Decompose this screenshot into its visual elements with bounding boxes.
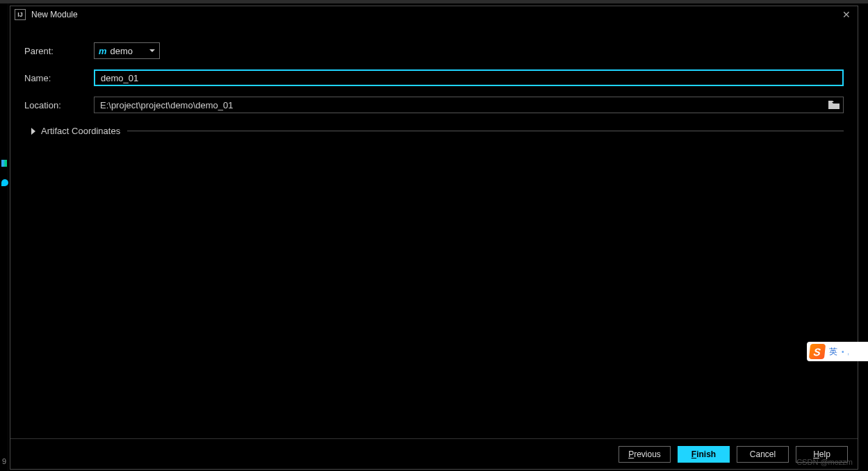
parent-value: demo bbox=[110, 46, 149, 56]
ime-more-icon: • , bbox=[842, 348, 850, 356]
intellij-icon: IJ bbox=[15, 9, 26, 20]
parent-dropdown[interactable]: m demo bbox=[94, 42, 160, 59]
dialog-titlebar[interactable]: IJ New Module ✕ bbox=[10, 6, 858, 23]
location-row: Location: E:\project\project\demo\demo_0… bbox=[24, 97, 844, 113]
location-label: Location: bbox=[24, 100, 94, 110]
dialog-body: Parent: m demo Name: Location: E:\projec… bbox=[10, 23, 858, 438]
artifact-coordinates-label: Artifact Coordinates bbox=[41, 126, 127, 136]
previous-button[interactable]: Previous bbox=[619, 446, 671, 463]
tool-window-icon bbox=[1, 160, 7, 167]
sogou-logo-icon: S bbox=[809, 344, 826, 359]
location-value: E:\project\project\demo\demo_01 bbox=[100, 100, 828, 110]
name-input[interactable] bbox=[94, 69, 844, 86]
location-field[interactable]: E:\project\project\demo\demo_01 bbox=[94, 97, 844, 113]
name-row: Name: bbox=[24, 69, 844, 86]
parent-label: Parent: bbox=[24, 46, 94, 56]
dialog-title: New Module bbox=[31, 10, 78, 19]
parent-row: Parent: m demo bbox=[24, 42, 844, 59]
finish-button[interactable]: Finish bbox=[678, 446, 730, 463]
tool-window-icon bbox=[1, 179, 8, 186]
new-module-dialog: IJ New Module ✕ Parent: m demo Name: Loc… bbox=[10, 6, 858, 470]
ime-language: 英 bbox=[829, 346, 837, 358]
ide-left-gutter: 9 bbox=[0, 0, 8, 471]
close-icon[interactable]: ✕ bbox=[841, 9, 852, 20]
maven-module-icon: m bbox=[99, 46, 107, 56]
cancel-button[interactable]: Cancel bbox=[737, 446, 789, 463]
chevron-down-icon bbox=[149, 49, 155, 52]
artifact-coordinates-toggle[interactable]: Artifact Coordinates bbox=[24, 126, 844, 136]
main-menu-bar bbox=[8, 0, 868, 3]
help-button[interactable]: Help bbox=[796, 446, 848, 463]
browse-folder-icon[interactable] bbox=[828, 100, 840, 110]
ime-indicator[interactable]: S 英 • , bbox=[807, 342, 868, 361]
gutter-number: 9 bbox=[2, 457, 6, 465]
separator-line bbox=[127, 131, 844, 131]
name-label: Name: bbox=[24, 73, 94, 83]
expand-arrow-icon bbox=[31, 128, 35, 135]
dialog-footer: Previous Finish Cancel Help bbox=[10, 438, 858, 469]
